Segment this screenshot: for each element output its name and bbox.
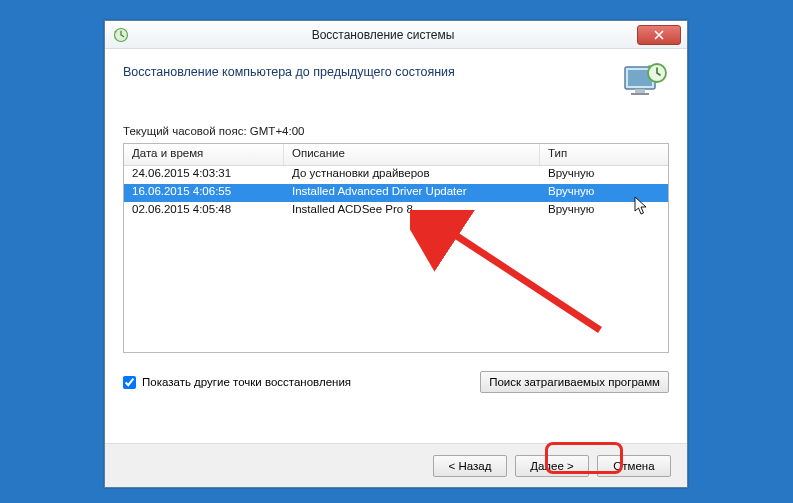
page-heading: Восстановление компьютера до предыдущего… <box>123 61 455 79</box>
scan-affected-programs-button[interactable]: Поиск затрагиваемых программ <box>480 371 669 393</box>
system-restore-icon <box>113 27 129 43</box>
close-icon <box>654 30 664 40</box>
show-more-points-checkbox[interactable]: Показать другие точки восстановления <box>123 376 351 389</box>
next-button[interactable]: Далее > <box>515 455 589 477</box>
svg-rect-4 <box>631 93 649 95</box>
content-area: Восстановление компьютера до предыдущего… <box>105 49 687 393</box>
titlebar: Восстановление системы <box>105 21 687 49</box>
table-row[interactable]: 02.06.2015 4:05:48Installed ACDSee Pro 8… <box>124 202 668 220</box>
table-cell-type: Вручную <box>540 166 668 184</box>
table-cell-date: 24.06.2015 4:03:31 <box>124 166 284 184</box>
restore-monitor-icon <box>621 61 669 105</box>
cancel-button[interactable]: Отмена <box>597 455 671 477</box>
table-cell-desc: До устнановки драйверов <box>284 166 540 184</box>
window-title: Восстановление системы <box>129 28 637 42</box>
table-cell-desc: Installed Advanced Driver Updater <box>284 184 540 202</box>
svg-rect-3 <box>635 89 645 93</box>
table-cell-date: 16.06.2015 4:06:55 <box>124 184 284 202</box>
column-header-date[interactable]: Дата и время <box>124 144 284 165</box>
column-header-type[interactable]: Тип <box>540 144 668 165</box>
table-cell-type: Вручную <box>540 184 668 202</box>
table-header: Дата и время Описание Тип <box>124 144 668 166</box>
wizard-footer: < Назад Далее > Отмена <box>105 443 687 487</box>
checkbox-input[interactable] <box>123 376 136 389</box>
table-cell-date: 02.06.2015 4:05:48 <box>124 202 284 220</box>
back-button[interactable]: < Назад <box>433 455 507 477</box>
close-button[interactable] <box>637 25 681 45</box>
table-cell-desc: Installed ACDSee Pro 8 <box>284 202 540 220</box>
table-body: 24.06.2015 4:03:31До устнановки драйверо… <box>124 166 668 220</box>
system-restore-window: Восстановление системы Восстановление ко… <box>104 20 688 488</box>
checkbox-label: Показать другие точки восстановления <box>142 376 351 388</box>
timezone-label: Текущий часовой пояс: GMT+4:00 <box>123 125 669 137</box>
table-row[interactable]: 24.06.2015 4:03:31До устнановки драйверо… <box>124 166 668 184</box>
table-cell-type: Вручную <box>540 202 668 220</box>
column-header-description[interactable]: Описание <box>284 144 540 165</box>
restore-points-table: Дата и время Описание Тип 24.06.2015 4:0… <box>123 143 669 353</box>
table-row[interactable]: 16.06.2015 4:06:55Installed Advanced Dri… <box>124 184 668 202</box>
